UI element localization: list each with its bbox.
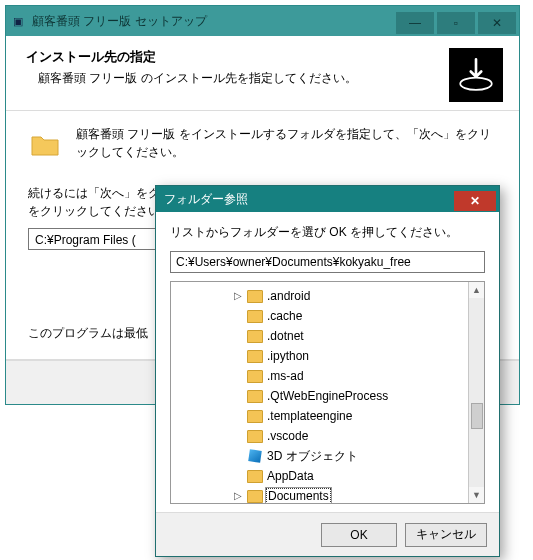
folder-instruction-text: 顧客番頭 フリー版 をインストールするフォルダを指定して、「次へ」をクリックして… <box>76 125 497 161</box>
minimize-button[interactable]: — <box>396 12 434 34</box>
tree-scrollbar[interactable]: ▲ ▼ <box>468 282 484 503</box>
tree-item[interactable]: .templateengine <box>175 406 464 426</box>
tree-item[interactable]: .ipython <box>175 346 464 366</box>
tree-item[interactable]: .vscode <box>175 426 464 446</box>
expander-icon[interactable]: ▷ <box>232 290 244 302</box>
window-app-icon: ▣ <box>6 15 30 28</box>
svg-point-0 <box>460 78 492 90</box>
setup-header-text: インストール先の指定 顧客番頭 フリー版 のインストール先を指定してください。 <box>26 48 437 87</box>
folder-icon <box>247 369 263 383</box>
tree-item[interactable]: .dotnet <box>175 326 464 346</box>
browse-button-row: OK キャンセル <box>156 512 499 556</box>
tree-item-label: .QtWebEngineProcess <box>266 389 389 403</box>
tree-item[interactable]: .cache <box>175 306 464 326</box>
tree-item[interactable]: .ms-ad <box>175 366 464 386</box>
tree-item-label: Documents <box>266 488 331 503</box>
folder-tree-list[interactable]: ▷.android.cache.dotnet.ipython.ms-ad.QtW… <box>171 282 468 503</box>
folder-icon <box>247 389 263 403</box>
browse-close-button[interactable]: ✕ <box>454 191 496 211</box>
expander-icon <box>232 470 244 482</box>
tree-item-label: AppData <box>266 469 315 483</box>
scroll-track[interactable] <box>469 298 484 487</box>
maximize-button[interactable]: ▫ <box>437 12 475 34</box>
installer-logo <box>449 48 503 102</box>
setup-header: インストール先の指定 顧客番頭 フリー版 のインストール先を指定してください。 <box>6 36 519 110</box>
folder-instruction-row: 顧客番頭 フリー版 をインストールするフォルダを指定して、「次へ」をクリックして… <box>28 125 497 170</box>
folder-icon <box>247 409 263 423</box>
browse-instruction: リストからフォルダーを選び OK を押してください。 <box>170 224 485 241</box>
tree-item-label: 3D オブジェクト <box>266 448 359 465</box>
folder-icon <box>247 329 263 343</box>
expander-icon <box>232 330 244 342</box>
tree-item[interactable]: .QtWebEngineProcess <box>175 386 464 406</box>
expander-icon <box>232 370 244 382</box>
tree-item-label: .templateengine <box>266 409 353 423</box>
page-title: インストール先の指定 <box>26 48 437 66</box>
expander-icon <box>232 310 244 322</box>
tree-item[interactable]: 3D オブジェクト <box>175 446 464 466</box>
expander-icon <box>232 450 244 462</box>
expander-icon <box>232 390 244 402</box>
folder-icon <box>28 125 62 170</box>
browse-body: リストからフォルダーを選び OK を押してください。 ▷.android.cac… <box>156 212 499 512</box>
folder-icon <box>247 429 263 443</box>
disc-arrow-icon <box>455 54 497 96</box>
close-window-button[interactable]: ✕ <box>478 12 516 34</box>
tree-item[interactable]: AppData <box>175 466 464 486</box>
expander-icon <box>232 430 244 442</box>
expander-icon <box>232 350 244 362</box>
scroll-up-button[interactable]: ▲ <box>469 282 484 298</box>
scroll-down-button[interactable]: ▼ <box>469 487 484 503</box>
browse-path-input[interactable] <box>170 251 485 273</box>
folder-browse-dialog: フォルダー参照 ✕ リストからフォルダーを選び OK を押してください。 ▷.a… <box>155 185 500 557</box>
tree-item-label: .dotnet <box>266 329 305 343</box>
folder-icon <box>247 289 263 303</box>
browse-title-text: フォルダー参照 <box>164 191 248 208</box>
tree-item-label: .ms-ad <box>266 369 305 383</box>
window-title: 顧客番頭 フリー版 セットアップ <box>30 13 396 30</box>
tree-item-label: .ipython <box>266 349 310 363</box>
folder-icon <box>247 309 263 323</box>
tree-item-label: .android <box>266 289 311 303</box>
folder-icon <box>247 489 263 503</box>
expander-icon <box>232 410 244 422</box>
page-subtitle: 顧客番頭 フリー版 のインストール先を指定してください。 <box>26 70 437 87</box>
expander-icon[interactable]: ▷ <box>232 490 244 502</box>
tree-item-label: .cache <box>266 309 303 323</box>
cancel-button[interactable]: キャンセル <box>405 523 487 547</box>
scroll-thumb[interactable] <box>471 403 483 429</box>
setup-titlebar: ▣ 顧客番頭 フリー版 セットアップ — ▫ ✕ <box>6 6 519 36</box>
folder-icon <box>247 469 263 483</box>
browse-titlebar: フォルダー参照 ✕ <box>156 186 499 212</box>
tree-item-selected[interactable]: ▷Documents <box>175 486 464 503</box>
tree-item-label: .vscode <box>266 429 309 443</box>
tree-item[interactable]: ▷.android <box>175 286 464 306</box>
folder-tree: ▷.android.cache.dotnet.ipython.ms-ad.QtW… <box>170 281 485 504</box>
disk-space-note: このプログラムは最低 <box>6 315 170 352</box>
objects3d-icon <box>247 449 263 463</box>
ok-button[interactable]: OK <box>321 523 397 547</box>
folder-icon <box>247 349 263 363</box>
